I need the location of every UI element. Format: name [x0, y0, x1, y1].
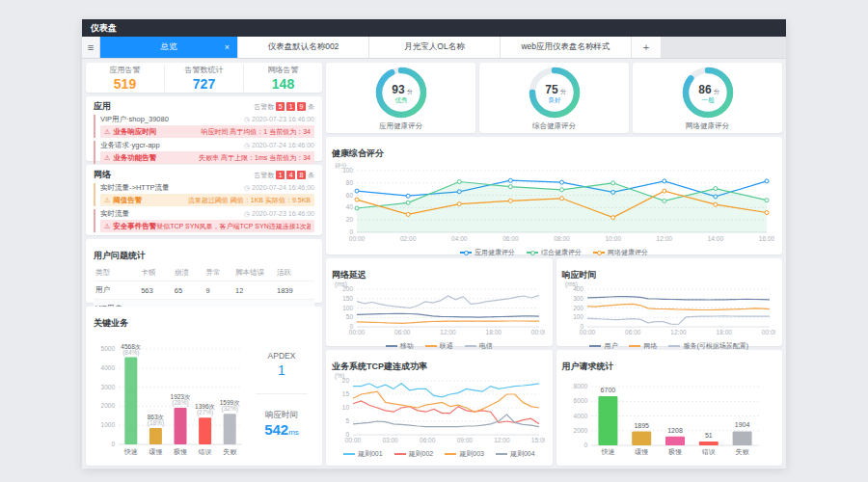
- alert-count-badge: 告警数148条: [254, 171, 314, 180]
- svg-text:60: 60: [346, 192, 354, 199]
- warning-icon: ⚠: [104, 223, 110, 230]
- gauge-ring: 86分一般: [681, 66, 735, 120]
- alert-stats-panel: 应用告警519告警数统计727网络告警148: [86, 63, 322, 93]
- close-tab-icon[interactable]: ×: [225, 42, 230, 52]
- legend-swatch: [593, 252, 605, 254]
- alert-time: ◷ 2020-07-23 16:46:00: [244, 210, 314, 218]
- user-requests-bar-chart: 020004000600080006700快速1895缓慢1208极慢51错误1…: [562, 373, 777, 460]
- alert-source: 业务请求·ygcr-app: [100, 141, 160, 150]
- legend-item[interactable]: 综合健康评分: [527, 248, 582, 257]
- svg-text:极慢: 极慢: [667, 448, 682, 456]
- legend-item[interactable]: 应用健康评分: [460, 248, 515, 257]
- svg-text:03:00: 03:00: [382, 437, 398, 443]
- network-latency-panel: 网络延迟 050100150200(ms)00:0006:0012:0018:0…: [326, 258, 553, 346]
- svg-text:4000: 4000: [101, 364, 116, 371]
- svg-text:失败: 失败: [735, 448, 749, 456]
- legend-item[interactable]: 网络健康评分: [593, 248, 648, 257]
- alert-type: 阈值告警: [113, 196, 142, 205]
- response-time-panel: 响应时间 0100200300400(ms)00:0006:0012:0018:…: [556, 258, 783, 346]
- stat-label: 告警数统计: [165, 65, 243, 75]
- response-time-chart: 0100200300400(ms)00:0006:0012:0018:0000:…: [562, 281, 777, 351]
- panel-title: 网络延迟: [332, 270, 366, 280]
- svg-text:评分: 评分: [335, 162, 348, 169]
- app-title: 仪表盘: [91, 23, 117, 33]
- table-cell: 9: [203, 281, 233, 300]
- stat-label: 网络告警: [244, 65, 322, 75]
- gauge-caption: 网络健康评分: [686, 121, 729, 131]
- svg-text:14:00: 14:00: [708, 235, 724, 242]
- tab-1[interactable]: 仪表盘默认名称002: [238, 37, 369, 58]
- svg-text:00:00: 00:00: [345, 437, 362, 443]
- svg-text:10: 10: [342, 404, 350, 411]
- svg-text:80: 80: [346, 179, 354, 186]
- tabbar: ≡ 总览×仪表盘默认名称002月光宝人OL名称web应用仪表盘名称样式 +: [82, 37, 786, 59]
- svg-text:1208: 1208: [667, 427, 683, 434]
- tab-2[interactable]: 月光宝人OL名称: [369, 37, 501, 58]
- alert-time: ◷ 2020-07-24 16:46:00: [244, 142, 314, 149]
- legend-swatch: [527, 252, 538, 254]
- titlebar: 仪表盘: [82, 19, 786, 37]
- legend-item[interactable]: 规则004: [496, 449, 535, 459]
- count-digit: 8: [297, 171, 306, 179]
- svg-text:93: 93: [392, 83, 405, 96]
- key-business-panel: 关键业务 0100020003000400050004568次(84%)快速86…: [86, 307, 322, 466]
- legend-swatch: [343, 453, 355, 455]
- stat-value: 148: [244, 76, 322, 92]
- svg-text:12:00: 12:00: [494, 437, 510, 443]
- legend-label: 规则004: [510, 449, 535, 459]
- apdex-block: APDEX 1 响应时间 542ms: [250, 330, 313, 460]
- chart-legend: 应用健康评分综合健康评分网络健康评分: [332, 248, 776, 257]
- legend-marker: [464, 251, 469, 255]
- dashboard-content: 应用告警519告警数统计727网络告警148 应用 告警数519条 VIP用户·…: [82, 59, 786, 469]
- svg-text:6000: 6000: [573, 397, 587, 404]
- legend-item[interactable]: 规则001: [343, 449, 383, 459]
- tab-3[interactable]: web应用仪表盘名称样式: [501, 37, 632, 58]
- svg-text:50: 50: [346, 313, 354, 320]
- alert-type: 安全事件告警: [113, 222, 156, 231]
- bar-chart-canvas: 020004000600080006700快速1895缓慢1208极慢51错误1…: [562, 373, 765, 456]
- middle-chart-row: 网络延迟 050100150200(ms)00:0006:0012:0018:0…: [326, 258, 782, 346]
- alert-item[interactable]: 实时流量->HTTP流量◷ 2020-07-24 16:46:00⚠阈值告警流量…: [94, 183, 314, 206]
- tab-label: 仪表盘默认名称002: [268, 41, 339, 53]
- panel-title: 响应时间: [562, 270, 597, 280]
- alert-source: VIP用户·shop_39080: [100, 115, 169, 124]
- stat-label: 应用告警: [86, 65, 164, 75]
- right-column: 93分优秀应用健康评分75分良好综合健康评分86分一般网络健康评分 健康综合评分…: [326, 63, 782, 466]
- svg-text:0: 0: [349, 228, 353, 235]
- legend-label: 规则003: [459, 449, 484, 459]
- alert-item[interactable]: VIP用户·shop_39080◷ 2020-07-23 16:46:00⚠业务…: [94, 115, 314, 138]
- svg-text:12:00: 12:00: [657, 235, 673, 242]
- count-digit: 9: [297, 102, 306, 111]
- menu-icon[interactable]: ≡: [82, 37, 100, 58]
- alert-message: ⚠业务功能告警失败率 高于上限：1ms 当前值为：34: [100, 151, 314, 164]
- svg-text:分: 分: [714, 89, 719, 94]
- svg-text:04:00: 04:00: [451, 235, 468, 242]
- legend-item[interactable]: 规则003: [445, 449, 484, 459]
- bar-chart-canvas: 0100020003000400050004568次(84%)快速863次(18…: [94, 330, 246, 456]
- svg-text:06:00: 06:00: [502, 235, 519, 242]
- svg-text:0: 0: [583, 442, 587, 448]
- alert-item[interactable]: 业务请求·ygcr-app◷ 2020-07-24 16:46:00⚠业务功能告…: [94, 141, 314, 164]
- legend-item[interactable]: 规则002: [394, 449, 434, 459]
- tab-label: web应用仪表盘名称样式: [521, 41, 610, 53]
- panel-title: 业务系统TCP建连成功率: [332, 362, 427, 371]
- dashboard-window: 仪表盘 ≡ 总览×仪表盘默认名称002月光宝人OL名称web应用仪表盘名称样式 …: [82, 19, 786, 469]
- gauge-caption: 综合健康评分: [532, 121, 576, 131]
- svg-text:(ms): (ms): [565, 281, 578, 288]
- apdex-value: 1: [250, 362, 313, 378]
- svg-text:(ms): (ms): [335, 281, 347, 288]
- alert-item[interactable]: 实时流量◷ 2020-07-23 16:46:00⚠安全事件告警疑似TCP SY…: [94, 209, 314, 232]
- table-cell: 用户: [94, 281, 139, 300]
- health-gauge-panel-1: 75分良好综合健康评分: [479, 63, 629, 133]
- legend-marker: [530, 251, 535, 255]
- tab-0[interactable]: 总览×: [100, 37, 238, 58]
- legend-swatch: [668, 345, 680, 347]
- tcp-success-chart: 05101520(%)00:0003:0006:0009:0012:0015:0…: [332, 373, 547, 459]
- table-header-row: 类型卡顿崩溃异常脚本错误活跃: [94, 265, 314, 281]
- panel-title: 应用: [94, 100, 111, 113]
- svg-text:(18%): (18%): [148, 419, 164, 427]
- svg-text:00:00: 00:00: [349, 329, 366, 335]
- add-tab-button[interactable]: +: [632, 37, 662, 58]
- svg-text:00:00: 00:00: [579, 329, 595, 335]
- svg-text:良好: 良好: [548, 96, 561, 104]
